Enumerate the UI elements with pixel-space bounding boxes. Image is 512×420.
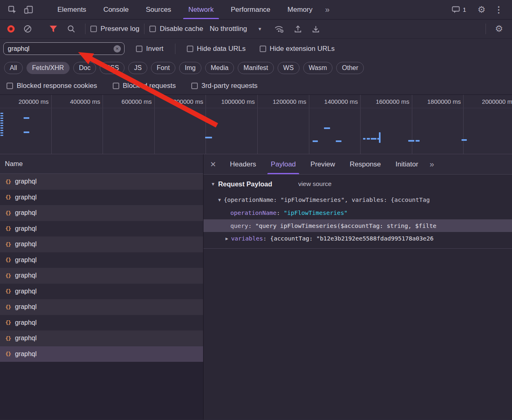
- request-timing-bar[interactable]: [0, 132, 3, 133]
- request-timing-bar[interactable]: [0, 118, 3, 119]
- view-source-link[interactable]: view source: [298, 180, 332, 188]
- import-har-icon[interactable]: [293, 24, 302, 33]
- request-row[interactable]: {} graphql: [0, 205, 203, 221]
- request-timing-bar[interactable]: [416, 140, 420, 142]
- clear-network-log-icon[interactable]: [23, 24, 32, 33]
- checkbox[interactable]: [260, 46, 266, 52]
- record-button[interactable]: [7, 25, 15, 33]
- payload-preview-row[interactable]: ▼ {operationName: "ipFlowTimeseries", va…: [203, 193, 512, 206]
- request-timing-bar[interactable]: [0, 113, 3, 114]
- export-har-icon[interactable]: [311, 24, 320, 33]
- request-row[interactable]: {} graphql: [0, 174, 203, 190]
- network-conditions-icon[interactable]: [274, 24, 284, 33]
- detail-tab[interactable]: Preview: [303, 154, 342, 174]
- request-row[interactable]: {} graphql: [0, 330, 203, 346]
- request-row[interactable]: {} graphql: [0, 315, 203, 331]
- network-settings-gear-icon[interactable]: ⚙: [495, 24, 503, 33]
- resource-type-chip[interactable]: CSS: [100, 62, 125, 74]
- issues-button[interactable]: 1: [451, 5, 466, 14]
- resource-type-chip[interactable]: JS: [128, 62, 147, 74]
- preserve-log-checkbox[interactable]: Preserve log: [90, 25, 139, 33]
- checkbox[interactable]: [149, 26, 156, 32]
- device-toolbar-icon[interactable]: [24, 5, 34, 15]
- network-filter-input[interactable]: [8, 45, 114, 52]
- hide-extension-urls-checkbox[interactable]: Hide extension URLs: [260, 45, 335, 53]
- request-timing-bar[interactable]: [324, 127, 330, 129]
- clear-filter-icon[interactable]: ✕: [114, 45, 121, 52]
- payload-operation-row[interactable]: operationName: "ipFlowTimeseries": [203, 206, 512, 219]
- name-column-header[interactable]: Name: [0, 154, 203, 174]
- checkbox[interactable]: [187, 46, 193, 52]
- request-timing-bar[interactable]: [408, 140, 414, 142]
- network-overview-waterfall[interactable]: 200000 ms 400000 ms 600000 ms 800000 ms …: [0, 95, 512, 154]
- main-tab[interactable]: Elements: [49, 0, 95, 19]
- caret-right-icon[interactable]: ▶: [225, 236, 228, 241]
- detail-tab[interactable]: Response: [342, 154, 388, 174]
- request-timing-bar[interactable]: [0, 120, 3, 121]
- request-timing-bar[interactable]: [205, 137, 212, 138]
- request-timing-bar[interactable]: [0, 135, 3, 136]
- resource-type-chip[interactable]: Wasm: [303, 62, 333, 74]
- request-row[interactable]: {} graphql: [0, 190, 203, 206]
- resource-type-chip[interactable]: Font: [151, 62, 175, 74]
- close-detail-icon[interactable]: ✕: [210, 160, 216, 169]
- detail-tab[interactable]: Payload: [263, 154, 303, 174]
- request-timing-bar[interactable]: [371, 138, 376, 140]
- checkbox[interactable]: [191, 83, 198, 89]
- request-timing-bar[interactable]: [336, 140, 341, 142]
- request-timing-bar[interactable]: [0, 127, 3, 129]
- request-timing-bar[interactable]: [367, 138, 370, 140]
- blocked-requests-checkbox[interactable]: Blocked requests: [113, 82, 176, 90]
- request-row[interactable]: {} graphql: [0, 221, 203, 237]
- kebab-menu-icon[interactable]: ⋮: [494, 5, 503, 15]
- request-row[interactable]: {} graphql: [0, 346, 203, 362]
- request-timing-bar[interactable]: [0, 130, 3, 131]
- request-row[interactable]: {} graphql: [0, 299, 203, 315]
- main-tab[interactable]: Performance: [222, 0, 279, 19]
- request-timing-bar[interactable]: [462, 139, 467, 141]
- main-tab[interactable]: Console: [95, 0, 137, 19]
- request-timing-bar[interactable]: [24, 117, 29, 119]
- request-timing-bar[interactable]: [0, 115, 3, 116]
- detail-tab[interactable]: Initiator: [388, 154, 426, 174]
- filter-icon[interactable]: [49, 25, 58, 33]
- third-party-requests-checkbox[interactable]: 3rd-party requests: [191, 82, 258, 90]
- request-row[interactable]: {} graphql: [0, 236, 203, 252]
- payload-variables-row[interactable]: ▶ variables: {accountTag: "b12e3b2192ee5…: [203, 232, 512, 245]
- inspect-element-icon[interactable]: [7, 5, 17, 15]
- resource-type-chip[interactable]: WS: [278, 62, 300, 74]
- request-timing-bar[interactable]: [363, 138, 365, 140]
- more-tabs-icon[interactable]: »: [321, 5, 334, 14]
- throttling-dropdown[interactable]: No throttling ▼: [210, 25, 262, 33]
- main-tab[interactable]: Memory: [279, 0, 321, 19]
- main-tab[interactable]: Network: [180, 0, 222, 19]
- resource-type-chip[interactable]: Fetch/XHR: [26, 62, 70, 74]
- invert-checkbox[interactable]: Invert: [136, 45, 164, 53]
- hide-data-urls-checkbox[interactable]: Hide data URLs: [187, 45, 246, 53]
- request-row[interactable]: {} graphql: [0, 268, 203, 284]
- checkbox[interactable]: [7, 83, 13, 89]
- payload-query-row-selected[interactable]: query: "query ipFlowTimeseries($accountT…: [203, 219, 512, 232]
- request-row[interactable]: {} graphql: [0, 284, 203, 300]
- resource-type-chip[interactable]: Img: [179, 62, 201, 74]
- checkbox[interactable]: [136, 46, 142, 52]
- blocked-response-cookies-checkbox[interactable]: Blocked response cookies: [7, 82, 97, 90]
- resource-type-chip[interactable]: Other: [336, 62, 364, 74]
- resource-type-chip[interactable]: Media: [205, 62, 234, 74]
- filter-input-box[interactable]: ✕: [3, 42, 125, 55]
- resource-type-chip[interactable]: Manifest: [238, 62, 274, 74]
- request-row[interactable]: {} graphql: [0, 252, 203, 268]
- detail-tab[interactable]: Headers: [223, 154, 263, 174]
- caret-down-icon[interactable]: ▼: [211, 182, 215, 186]
- request-timing-bar[interactable]: [0, 122, 3, 124]
- search-icon[interactable]: [67, 24, 76, 33]
- checkbox[interactable]: [90, 26, 97, 32]
- request-timing-bar[interactable]: [0, 125, 3, 126]
- resource-type-chip[interactable]: Doc: [73, 62, 96, 74]
- checkbox[interactable]: [113, 83, 119, 89]
- more-detail-tabs-icon[interactable]: »: [426, 160, 438, 169]
- request-timing-bar[interactable]: [379, 132, 381, 143]
- disable-cache-checkbox[interactable]: Disable cache: [149, 25, 203, 33]
- request-timing-bar[interactable]: [313, 140, 318, 142]
- resource-type-chip[interactable]: All: [4, 62, 23, 74]
